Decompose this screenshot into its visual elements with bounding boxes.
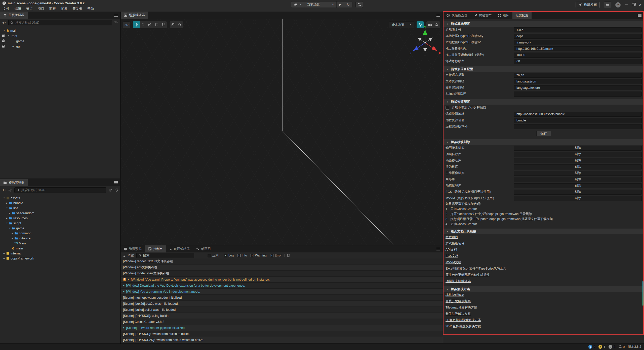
restore-button[interactable] [632, 4, 635, 6]
chevron-right-icon[interactable]: ▶ [8, 212, 12, 214]
move-tool-button[interactable] [133, 21, 140, 28]
tab-框架配置[interactable]: 框架配置 [512, 12, 532, 19]
chevron-right-icon[interactable]: ▶ [11, 232, 14, 234]
doc-link[interactable]: API文档 [443, 247, 644, 253]
chevron-right-icon[interactable]: ▶ [5, 217, 9, 219]
camera-view-button[interactable] [426, 21, 433, 28]
regex-checkbox[interactable]: 正则 [208, 253, 219, 258]
module-remove-button[interactable]: 剔除 [514, 158, 642, 163]
checkbox-icon[interactable] [446, 106, 449, 110]
filter-warning[interactable]: ✓Warning [251, 254, 267, 257]
rotate-tool-button[interactable] [140, 21, 146, 28]
panel-menu-button[interactable] [436, 245, 443, 252]
doc-link[interactable]: 全栈开发解决方案 [443, 298, 644, 304]
tree-node-libs[interactable]: ▼libs [0, 205, 120, 210]
tree-node-oops-framework[interactable]: ▶oops-framework [0, 256, 120, 261]
error-count[interactable]: × 0 [609, 345, 615, 349]
tab-hierarchy[interactable]: 层级管理器 [0, 12, 28, 19]
doc-link[interactable]: 2D角色扮演游戏解决方案 [443, 317, 644, 323]
add-node-button[interactable]: +▼ [2, 21, 6, 24]
config-input[interactable]: oops [514, 34, 642, 39]
doc-link[interactable]: 游戏模板项目 [443, 240, 644, 247]
open-project-folder-button[interactable] [604, 2, 611, 8]
filter-icon[interactable] [108, 189, 112, 192]
doc-link[interactable]: ECS文档 [443, 253, 644, 259]
config-input[interactable] [514, 124, 642, 129]
tree-node-bundle[interactable]: ▶bundle [0, 200, 120, 205]
tree-node-assets[interactable]: ▼assets [0, 195, 120, 200]
hierarchy-search-input[interactable]: 搜索名称或 UUID [8, 20, 112, 25]
log-row[interactable]: [Scene] [PHYSICS2D]: switch from box2d-w… [121, 337, 443, 343]
rect-tool-button[interactable] [153, 21, 160, 28]
scene-select[interactable]: 当前场景 ▼ [304, 2, 337, 8]
config-input[interactable]: http://192.168.0.150/main/ [514, 46, 642, 51]
chevron-right-icon[interactable]: ▶ [11, 237, 14, 239]
view-gizmo[interactable]: Y Z X [408, 26, 443, 60]
filter-icon[interactable] [114, 21, 118, 24]
notification-count[interactable]: 0 [619, 345, 625, 349]
log-row[interactable]: [Window] model_view文件夹存在 [121, 271, 443, 277]
tree-node-gui[interactable]: ▶gui [0, 44, 120, 49]
scale-tool-button[interactable] [146, 21, 153, 28]
config-input[interactable]: language/texture [514, 85, 642, 90]
filter-info[interactable]: ✓Info [237, 254, 247, 257]
doc-link[interactable]: 原生包热更新配置自动生成插件 [443, 272, 644, 278]
filter-error[interactable]: ✓Error [270, 254, 282, 257]
log-row[interactable]: ▶[Window] Download the Vue Devtools exte… [121, 283, 443, 289]
log-row[interactable]: [Window] render_texture文件夹存在 [121, 258, 443, 265]
render-mode-select[interactable]: 正常渲染 ▼ [389, 21, 414, 28]
tab-assets[interactable]: 资源管理器 [0, 179, 28, 186]
tab-动画编辑器[interactable]: 动画编辑器 [166, 245, 193, 252]
config-input[interactable]: 60 [514, 59, 642, 64]
tree-node-internal[interactable]: ▶internal [0, 251, 120, 256]
doc-link[interactable]: Excel格式转Json文件与TypeScript代码工具 [443, 266, 644, 272]
dimension-toggle-button[interactable]: 3D [123, 21, 130, 28]
module-remove-button[interactable]: 剔除 [514, 190, 642, 195]
lock-icon[interactable] [2, 40, 5, 42]
scene-settings-button[interactable] [433, 21, 440, 28]
chevron-right-icon[interactable]: ▶ [11, 45, 15, 48]
chevron-down-icon[interactable]: ▼ [2, 29, 6, 32]
tree-node-common[interactable]: ▶common [0, 231, 120, 236]
tree-node-initialize[interactable]: ▶initialize [0, 236, 120, 241]
section-header[interactable]: ▼游戏资源配置 [443, 99, 644, 105]
config-input[interactable]: zh,en [514, 73, 642, 78]
chevron-down-icon[interactable]: ▼ [2, 197, 6, 199]
refresh-icon[interactable] [114, 188, 118, 192]
clear-console-button[interactable]: 清空 [123, 253, 134, 258]
chevron-right-icon[interactable]: ▶ [123, 290, 125, 293]
menu-item[interactable]: 帮助 [85, 6, 96, 12]
reload-button[interactable]: ↻ [344, 2, 352, 8]
sort-icon[interactable] [8, 189, 12, 192]
close-button[interactable]: × [639, 3, 641, 7]
warning-count[interactable]: ! 1 [598, 345, 605, 349]
module-remove-button[interactable]: 剔除 [514, 152, 642, 157]
config-input[interactable]: 10000 [514, 53, 642, 58]
chevron-down-icon[interactable]: ▼ [5, 222, 9, 224]
tree-node-seedrandom[interactable]: ▶seedrandom [0, 210, 120, 215]
chevron-right-icon[interactable]: ▶ [123, 284, 125, 287]
menu-item[interactable]: 编辑 [12, 6, 24, 12]
menu-item[interactable]: 文件 [1, 6, 12, 12]
menu-item[interactable]: 扩展 [58, 6, 70, 12]
tree-node-game[interactable]: ▼game [0, 226, 120, 231]
tab-服务[interactable]: 服务 [495, 12, 512, 19]
log-row[interactable]: [Scene] [bullet]:bullet wasm lib loaded. [121, 307, 443, 313]
chevron-right-icon[interactable]: ▶ [2, 257, 6, 259]
log-row[interactable]: [Window] ecs文件夹存在 [121, 265, 443, 271]
tab-构建发布[interactable]: 构建发布 [471, 12, 495, 19]
layout-grid-button[interactable] [355, 1, 363, 8]
log-row[interactable]: ▶[Window] You are running Vue in develop… [121, 289, 443, 295]
preview-target-select[interactable]: ▼ [291, 2, 304, 8]
chevron-right-icon[interactable]: ▶ [2, 252, 6, 254]
console-search-input[interactable]: 搜索 [136, 253, 194, 258]
doc-link[interactable]: MVVM文档 [443, 259, 644, 266]
build-publish-button[interactable]: 构建发布 [576, 2, 600, 8]
chevron-down-icon[interactable]: ▼ [5, 207, 9, 209]
config-input[interactable]: http://localhost:8083/assets/bundle [514, 112, 642, 117]
chevron-down-icon[interactable]: ▼ [8, 227, 12, 229]
minimize-button[interactable] [625, 5, 628, 5]
panel-menu-button[interactable] [436, 12, 443, 19]
scene-viewport[interactable]: Y Z X [121, 19, 443, 245]
menu-item[interactable]: 开发者 [70, 6, 85, 12]
